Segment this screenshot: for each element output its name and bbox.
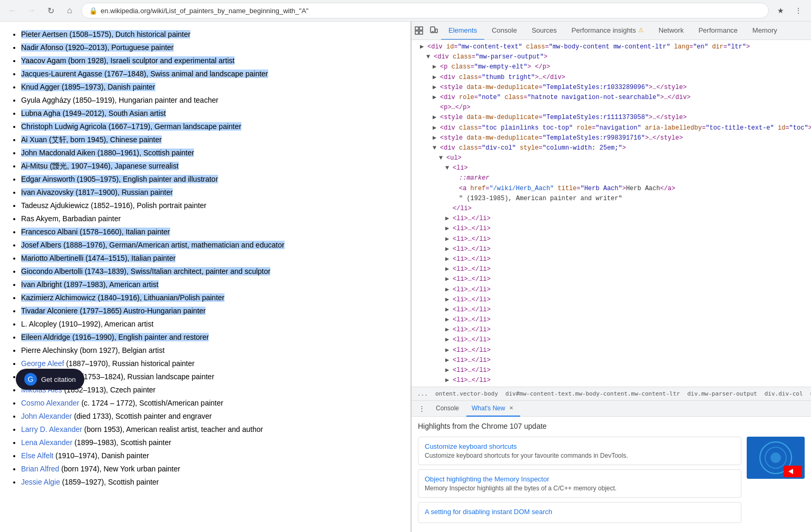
painter-link[interactable]: Else Alfelt bbox=[21, 451, 53, 460]
tree-line[interactable]: ▶ <style data-mw-deduplicate="TemplateSt… bbox=[412, 83, 811, 93]
tree-line[interactable]: ▶<li>…</li> bbox=[412, 244, 811, 254]
painter-link[interactable]: Jessie Algie bbox=[21, 478, 60, 486]
tab-sources[interactable]: Sources bbox=[524, 22, 564, 40]
news-card-dom-search[interactable]: A setting for disabling instant DOM sear… bbox=[418, 502, 741, 523]
tree-line[interactable]: ▶ <div class="toc plainlinks toc-top" ro… bbox=[412, 123, 811, 133]
tree-toggle[interactable]: ▶ bbox=[445, 224, 453, 234]
painter-link[interactable]: Brian Alfred bbox=[21, 465, 59, 473]
tree-toggle[interactable]: ▶ bbox=[445, 234, 453, 244]
tree-line[interactable]: ▶ " (1923-1985), American painter and wr… bbox=[412, 194, 811, 204]
tab-network[interactable]: Network bbox=[651, 22, 691, 40]
tree-toggle[interactable]: ▶ bbox=[445, 366, 453, 376]
forward-button[interactable]: → bbox=[24, 3, 39, 18]
bottom-panel-menu[interactable]: ⋮ bbox=[415, 402, 428, 416]
painter-link[interactable]: George Aleef bbox=[21, 359, 64, 368]
tree-line[interactable]: ▶<li>…</li> bbox=[412, 346, 811, 356]
tree-toggle[interactable]: ▶ bbox=[445, 274, 453, 284]
tree-toggle[interactable]: ▶ bbox=[445, 214, 453, 224]
tree-toggle[interactable]: ▼ bbox=[426, 52, 434, 62]
painter-link[interactable]: John Alexander bbox=[21, 412, 72, 420]
tree-line[interactable]: ▶<li>…</li> bbox=[412, 305, 811, 315]
tree-toggle[interactable]: ▶ bbox=[445, 346, 453, 356]
breadcrumb-item[interactable]: ontent.vector-body bbox=[434, 390, 500, 398]
tree-line[interactable]: ▶<li>…</li> bbox=[412, 224, 811, 234]
tree-line[interactable]: ▼ <div class="div-col" style="column-wid… bbox=[412, 143, 811, 153]
tree-line[interactable]: ▶<li>…</li> bbox=[412, 335, 811, 345]
tree-line[interactable]: ▶<li>…</li> bbox=[412, 254, 811, 264]
tree-line[interactable]: ▼ <li> bbox=[412, 163, 811, 173]
tree-line[interactable]: ▶ <p>…</p> bbox=[412, 103, 811, 113]
tree-toggle[interactable]: ▶ bbox=[433, 123, 440, 133]
tree-line[interactable]: ▶<li>…</li> bbox=[412, 315, 811, 325]
tree-toggle[interactable]: ▶ bbox=[433, 113, 440, 123]
device-toolbar-button[interactable] bbox=[426, 23, 441, 38]
tree-line[interactable]: </li> bbox=[412, 204, 811, 214]
tree-toggle[interactable]: ▶ bbox=[445, 244, 453, 254]
painter-link[interactable]: Lena Alexander bbox=[21, 438, 72, 447]
tree-line[interactable]: ▶<li>…</li> bbox=[412, 264, 811, 274]
tree-toggle[interactable]: ▼ bbox=[439, 153, 446, 163]
get-citation-button[interactable]: G Get citation bbox=[16, 369, 84, 390]
breadcrumb-item[interactable]: div.div-col bbox=[763, 390, 805, 398]
tree-line[interactable]: ▶ <div class="thumb tright">…</div> bbox=[412, 73, 811, 83]
tree-line[interactable]: ▼ <ul> bbox=[412, 153, 811, 163]
close-whats-new-button[interactable]: ✕ bbox=[507, 405, 515, 412]
painter-link[interactable]: Cosmo Alexander bbox=[21, 399, 80, 407]
tree-line[interactable]: ▶<li>…</li> bbox=[412, 366, 811, 376]
tree-line[interactable]: ▶<li>…</li> bbox=[412, 274, 811, 284]
tree-toggle[interactable]: ▶ bbox=[445, 315, 453, 325]
tree-toggle[interactable]: ▶ bbox=[433, 62, 440, 72]
tree-toggle[interactable]: ▶ bbox=[445, 254, 453, 264]
tree-toggle[interactable]: ▶ bbox=[445, 356, 453, 366]
tree-toggle[interactable]: ▶ bbox=[445, 376, 453, 386]
tree-toggle[interactable]: ▶ bbox=[420, 42, 427, 52]
tab-elements[interactable]: Elements bbox=[441, 22, 484, 40]
news-card-keyboard[interactable]: Customize keyboard shortcuts Customize k… bbox=[418, 437, 741, 465]
reload-button[interactable]: ↻ bbox=[43, 3, 58, 18]
breadcrumb-item[interactable]: ul... bbox=[809, 390, 811, 398]
tree-toggle[interactable]: ▶ bbox=[445, 335, 453, 345]
tree-line[interactable]: ▶ <p class="mw-empty-elt"> </p> bbox=[412, 62, 811, 72]
browser-menu-button[interactable]: ⋮ bbox=[791, 3, 806, 18]
painter-link[interactable]: Larry D. Alexander bbox=[21, 425, 82, 434]
tree-line[interactable]: ▶ ::marker bbox=[412, 173, 811, 183]
tree-line[interactable]: ▶ <style data-mw-deduplicate="TemplateSt… bbox=[412, 113, 811, 123]
tree-toggle[interactable]: ▶ bbox=[433, 83, 440, 93]
tree-toggle[interactable]: ▶ bbox=[445, 295, 453, 305]
tab-performance[interactable]: Performance bbox=[691, 22, 745, 40]
tree-line[interactable]: ▼ <div class="mw-parser-output"> bbox=[412, 52, 811, 62]
tree-toggle[interactable]: ▶ bbox=[433, 73, 440, 83]
tab-memory[interactable]: Memory bbox=[745, 22, 785, 40]
tree-line[interactable]: ▶<li>…</li> bbox=[412, 214, 811, 224]
tree-line[interactable]: ▶ <a href="/wiki/Herb_Aach" title="Herb … bbox=[412, 184, 811, 194]
tree-line[interactable]: ▶<li>…</li> bbox=[412, 295, 811, 305]
tab-performance-insights[interactable]: Performance insights ⚠ bbox=[564, 22, 651, 40]
tree-toggle[interactable]: ▶ bbox=[433, 133, 440, 143]
tab-console-bottom[interactable]: Console bbox=[431, 401, 464, 417]
tree-toggle[interactable]: ▶ bbox=[445, 325, 453, 335]
news-card-memory-inspector[interactable]: Object highlighting the Memory Inspector… bbox=[418, 469, 741, 498]
tree-line[interactable]: ▶<li>…</li> bbox=[412, 285, 811, 295]
elements-tree[interactable]: ▶ <div id="mw-content-text" class="mw-bo… bbox=[412, 40, 811, 387]
inspect-element-button[interactable] bbox=[412, 23, 426, 38]
tree-toggle[interactable]: ▶ bbox=[433, 93, 440, 103]
tree-line[interactable]: ▶ <style data-mw-deduplicate="TemplateSt… bbox=[412, 133, 811, 143]
tree-line[interactable]: ▶<li>…</li> bbox=[412, 234, 811, 244]
tree-toggle[interactable]: ▼ bbox=[433, 143, 440, 153]
tree-line[interactable]: ▶<li>…</li> bbox=[412, 325, 811, 335]
bookmark-button[interactable]: ★ bbox=[773, 3, 788, 18]
address-bar[interactable]: 🔒 en.wikipedia.org/wiki/List_of_painters… bbox=[81, 3, 769, 18]
tree-toggle[interactable]: ▶ bbox=[445, 305, 453, 315]
tree-line[interactable]: ▶ <div role="note" class="hatnote naviga… bbox=[412, 93, 811, 103]
tab-whats-new[interactable]: What's New ✕ bbox=[466, 401, 520, 417]
tree-line[interactable]: ▶<li>…</li> bbox=[412, 376, 811, 386]
tree-line[interactable]: ▶ <div id="mw-content-text" class="mw-bo… bbox=[412, 42, 811, 52]
tree-toggle[interactable]: ▶ bbox=[445, 285, 453, 295]
tree-line[interactable]: ▶<li>…</li> bbox=[412, 356, 811, 366]
back-button[interactable]: ← bbox=[5, 3, 20, 18]
breadcrumb-item[interactable]: div#mw-content-text.mw-body-content.mw-c… bbox=[504, 390, 681, 398]
breadcrumb-item[interactable]: div.mw-parser-output bbox=[686, 390, 758, 398]
breadcrumb-item[interactable]: ... bbox=[416, 390, 429, 398]
tab-console[interactable]: Console bbox=[484, 22, 524, 40]
home-button[interactable]: ⌂ bbox=[62, 3, 77, 18]
